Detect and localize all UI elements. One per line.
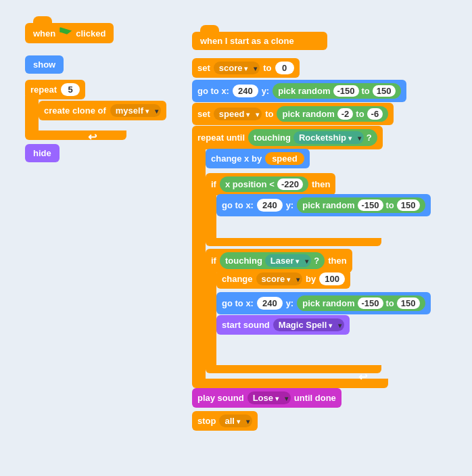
- play-sound-label: play sound: [197, 393, 244, 403]
- show-block[interactable]: show: [25, 55, 64, 74]
- r4-to[interactable]: 150: [397, 298, 420, 309]
- all-dropdown[interactable]: all ▾: [219, 414, 252, 427]
- neg220-val[interactable]: -220: [277, 178, 303, 190]
- goto-xy-2-block[interactable]: go to x: 240 y: pick random -150 to 150: [216, 194, 431, 216]
- pick-random-3[interactable]: pick random -150 to 150: [297, 197, 425, 213]
- score2-dropdown[interactable]: score ▾: [256, 272, 302, 285]
- goto-xy-3-block[interactable]: go to x: 240 y: pick random -150 to 150: [216, 292, 431, 314]
- if-xpos-block[interactable]: if x position < -220 then: [206, 173, 335, 195]
- y1-label: y:: [262, 86, 270, 96]
- by-label: by: [306, 274, 316, 284]
- speed-pill[interactable]: speed: [265, 152, 304, 165]
- to-label: to: [263, 63, 271, 73]
- laser-dropdown[interactable]: Laser ▾: [265, 254, 311, 267]
- repeat-value[interactable]: 5: [61, 83, 80, 96]
- create-clone-label: create clone of: [44, 105, 106, 116]
- change-score-block[interactable]: change score ▾ by 100: [216, 269, 350, 289]
- start-sound-block[interactable]: start sound Magic Spell ▾: [216, 315, 350, 335]
- rocketship-dropdown[interactable]: Rocketship ▾: [293, 131, 364, 144]
- lose-dropdown[interactable]: Lose ▾: [247, 391, 291, 404]
- r2-to[interactable]: -6: [367, 108, 383, 120]
- hide-label: hide: [33, 148, 51, 158]
- pick-random-4[interactable]: pick random -150 to 150: [297, 295, 425, 311]
- x1-value[interactable]: 240: [233, 85, 258, 97]
- r2-from[interactable]: -2: [337, 108, 354, 120]
- repeat-until-label: repeat until: [197, 133, 245, 143]
- xposition-label: x position: [225, 179, 266, 189]
- change-x-label: change x by: [211, 153, 262, 164]
- goto-x2-label: go to x:: [222, 200, 254, 210]
- touching-rocketship[interactable]: touching Rocketship ▾ ?: [248, 129, 377, 146]
- r3-from[interactable]: -150: [358, 199, 383, 211]
- create-clone-block[interactable]: create clone of myself ▾: [39, 101, 166, 120]
- then2-label: then: [328, 256, 346, 266]
- stop-label: stop: [197, 416, 216, 426]
- x2-value[interactable]: 240: [257, 199, 283, 212]
- touching-laser[interactable]: touching Laser ▾ ?: [220, 252, 325, 269]
- pick-random-2[interactable]: pick random -2 to -6: [277, 106, 388, 122]
- to2-label: to: [265, 109, 273, 119]
- goto-x-label: go to x:: [197, 86, 229, 96]
- start-sound-label: start sound: [222, 320, 270, 330]
- y3-label: y:: [286, 298, 294, 308]
- play-sound-block[interactable]: play sound Lose ▾ until done: [192, 388, 341, 408]
- repeat-block[interactable]: repeat 5: [25, 80, 85, 99]
- r4-from[interactable]: -150: [358, 298, 383, 309]
- show-label: show: [33, 60, 55, 70]
- score-value[interactable]: 0: [275, 62, 294, 74]
- x3-value[interactable]: 240: [257, 297, 283, 310]
- if1-label: if: [211, 179, 216, 189]
- xpos-comparison[interactable]: x position < -220: [220, 176, 308, 192]
- y2-label: y:: [286, 200, 294, 210]
- r1-to[interactable]: 150: [373, 85, 396, 97]
- set2-label: set: [197, 109, 210, 119]
- score-dropdown[interactable]: score ▾: [214, 62, 260, 74]
- set-speed-block[interactable]: set speed ▾ to pick random -2 to -6: [192, 103, 394, 125]
- pick-random-1[interactable]: pick random -150 to 150: [273, 83, 400, 99]
- goto-xy-1-block[interactable]: go to x: 240 y: pick random -150 to 150: [192, 80, 406, 102]
- scratch-workspace: when clicked show repeat 5 create clone …: [0, 0, 472, 476]
- magic-spell-dropdown[interactable]: Magic Spell ▾: [273, 318, 344, 331]
- hide-block[interactable]: hide: [25, 144, 60, 162]
- clicked-label: clicked: [76, 28, 105, 39]
- stop-block[interactable]: stop all ▾: [192, 411, 258, 431]
- flag-icon: [60, 27, 72, 39]
- r1-from[interactable]: -150: [333, 85, 359, 97]
- myself-dropdown[interactable]: myself ▾: [110, 104, 161, 117]
- repeat-label: repeat: [30, 85, 57, 95]
- r3-to[interactable]: 150: [397, 199, 420, 211]
- change-x-block[interactable]: change x by speed: [206, 149, 310, 168]
- set-score-block[interactable]: set score ▾ to 0: [192, 58, 300, 78]
- until-done-label: until done: [294, 393, 336, 403]
- when-clicked-block[interactable]: when clicked: [25, 23, 114, 43]
- when-clone-label: when I start as a clone: [200, 36, 294, 46]
- goto-x3-label: go to x:: [222, 298, 254, 308]
- when-clone-block[interactable]: when I start as a clone: [192, 32, 327, 50]
- loop-arrow-icon: ↩: [88, 130, 97, 143]
- loop-arrow2-icon: ↩: [358, 371, 367, 383]
- score-add-value[interactable]: 100: [319, 272, 345, 285]
- speed-dropdown[interactable]: speed ▾: [214, 108, 262, 120]
- change-label: change: [222, 274, 253, 284]
- if2-label: if: [211, 256, 216, 266]
- repeat-until-block[interactable]: repeat until touching Rocketship ▾ ?: [192, 126, 383, 149]
- set-label: set: [197, 63, 210, 73]
- when-label: when: [33, 28, 55, 39]
- then1-label: then: [312, 179, 330, 189]
